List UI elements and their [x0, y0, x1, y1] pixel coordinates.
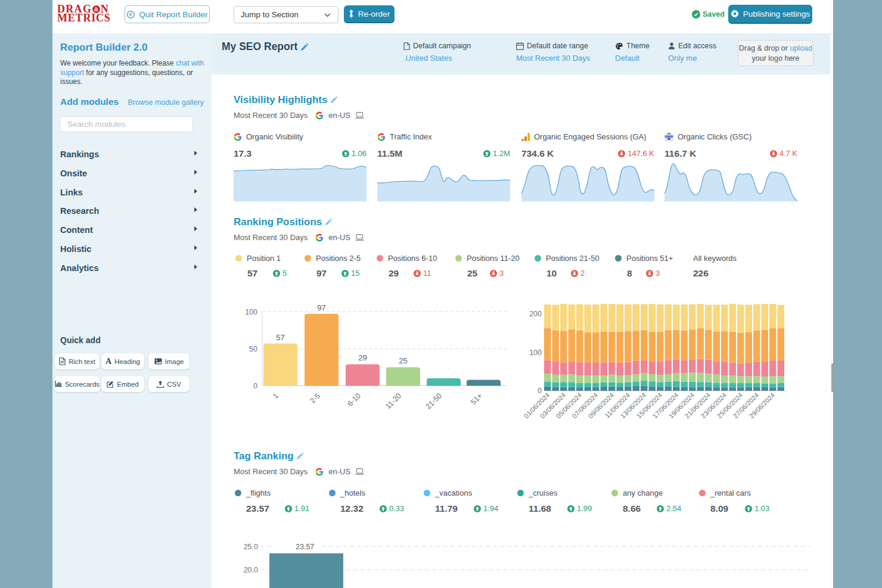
svg-text:0: 0: [253, 382, 257, 390]
svg-text:200: 200: [529, 310, 542, 318]
svg-text:57: 57: [276, 333, 284, 342]
svg-text:100: 100: [529, 349, 542, 357]
svg-text:50: 50: [249, 345, 257, 353]
svg-text:23.57: 23.57: [296, 543, 314, 551]
svg-text:11-20: 11-20: [384, 391, 403, 410]
svg-text:97: 97: [317, 303, 325, 312]
svg-text:51+: 51+: [469, 391, 484, 406]
svg-text:21-50: 21-50: [424, 391, 444, 411]
svg-text:20.0: 20.0: [244, 566, 258, 574]
svg-text:6-10: 6-10: [346, 391, 363, 408]
svg-text:0: 0: [538, 387, 542, 395]
svg-text:1: 1: [271, 391, 280, 400]
svg-text:100: 100: [245, 308, 257, 316]
svg-text:25: 25: [399, 356, 407, 365]
svg-text:29: 29: [358, 353, 367, 362]
svg-text:2-5: 2-5: [308, 391, 322, 405]
svg-text:25.0: 25.0: [244, 543, 258, 551]
